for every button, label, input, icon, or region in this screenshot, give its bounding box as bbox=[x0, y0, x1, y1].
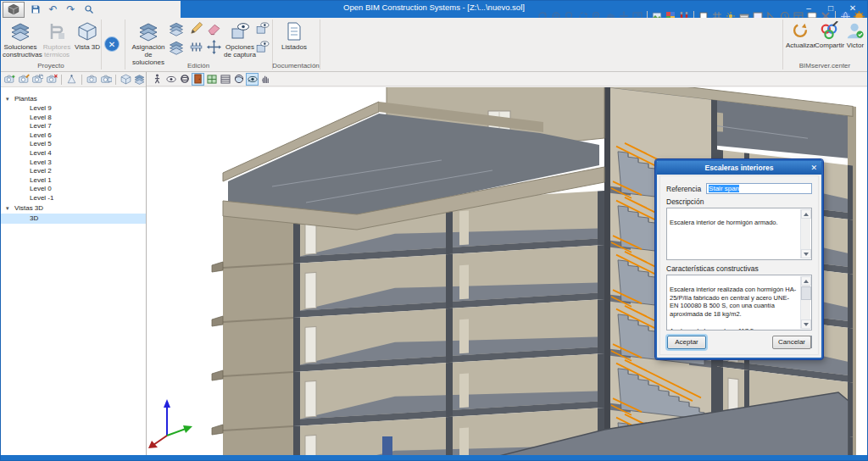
caracteristicas-label: Características constructivas bbox=[666, 264, 812, 273]
asignacion-soluciones-button[interactable]: Asignación de soluciones bbox=[128, 20, 169, 59]
user-victor-button[interactable]: Victor bbox=[843, 20, 867, 59]
undo-icon[interactable]: ↶ bbox=[46, 3, 60, 16]
assign-layers-top-icon[interactable] bbox=[169, 21, 184, 36]
delete-view-icon[interactable] bbox=[46, 74, 58, 86]
listados-button[interactable]: Listados bbox=[277, 20, 311, 59]
tree-item-level6[interactable]: Level 6 bbox=[1, 131, 146, 141]
descripcion-scrollbar[interactable] bbox=[800, 209, 810, 258]
actualizar-button[interactable]: Actualizar bbox=[786, 20, 815, 59]
cancel-selection-button[interactable]: ✕ bbox=[104, 36, 120, 52]
edges-visible-icon[interactable] bbox=[246, 73, 259, 86]
dialog-title: Escaleras interiores bbox=[657, 161, 821, 175]
doors-visible-icon[interactable] bbox=[192, 73, 204, 86]
descripcion-textarea[interactable]: Escalera interior de hormigón armado. bbox=[666, 208, 812, 260]
quick-access-toolbar: ↶ ↷ bbox=[1, 1, 181, 18]
vista-3d-button[interactable]: Vista 3D bbox=[74, 20, 101, 59]
new-view-icon[interactable] bbox=[3, 74, 16, 86]
walk-figure-icon[interactable] bbox=[151, 73, 164, 86]
aceptar-button[interactable]: Aceptar bbox=[667, 336, 706, 349]
search-icon[interactable] bbox=[81, 3, 96, 16]
scroll-thumb[interactable] bbox=[801, 286, 811, 300]
tree-item-level9[interactable]: Level 9 bbox=[1, 104, 146, 114]
tree-item-level4[interactable]: Level 4 bbox=[1, 149, 146, 158]
opciones-captura-button[interactable]: Opciones de captura bbox=[223, 20, 257, 59]
open-box-icon[interactable] bbox=[133, 74, 146, 86]
compartir-button[interactable]: Compartir bbox=[815, 20, 843, 59]
tree-item-level-1[interactable]: Level -1 bbox=[1, 194, 146, 203]
tree-node-vistas-3d[interactable]: ▾Vistas 3D bbox=[1, 203, 146, 214]
axis-triad bbox=[148, 399, 192, 448]
views-panel: ▾Plantas Level 9 Level 8 Level 7 Level 6… bbox=[1, 72, 147, 455]
duplicate-view-icon[interactable] bbox=[31, 74, 44, 86]
save-icon[interactable] bbox=[28, 3, 42, 16]
chevron-down-icon: ▾ bbox=[6, 203, 14, 214]
soluciones-constructivas-button[interactable]: Soluciones constructivas bbox=[3, 20, 38, 59]
scroll-up-icon[interactable] bbox=[801, 276, 811, 286]
caracteristicas-textarea[interactable]: Escalera interior realizada con hormigón… bbox=[666, 275, 812, 330]
window-bottom-border bbox=[1, 455, 867, 460]
referencia-label: Referencia bbox=[666, 185, 701, 193]
descripcion-label: Descripción bbox=[666, 197, 812, 206]
views-toolbar bbox=[1, 72, 146, 87]
windows-visible-icon[interactable] bbox=[205, 73, 218, 86]
dialog-close-icon[interactable]: ✕ bbox=[810, 161, 817, 175]
app-window: ↶ ↷ Open BIM Construction Systems - [Z:\… bbox=[0, 0, 868, 461]
eraser-icon[interactable] bbox=[207, 21, 222, 36]
assign-layers-bottom-icon[interactable] bbox=[169, 40, 184, 55]
chevron-down-icon: ▾ bbox=[6, 94, 14, 104]
group-label-bimserver: BIMserver.center bbox=[782, 62, 867, 69]
scroll-up-icon[interactable] bbox=[801, 209, 811, 219]
views-tree: ▾Plantas Level 9 Level 8 Level 7 Level 6… bbox=[1, 94, 146, 224]
window-title: Open BIM Construction Systems - [Z:\...\… bbox=[343, 3, 525, 12]
shutters-icon[interactable] bbox=[219, 73, 231, 86]
edit-view-icon[interactable] bbox=[18, 74, 31, 86]
caracteristicas-scrollbar[interactable] bbox=[800, 276, 810, 329]
grab-icon[interactable] bbox=[259, 73, 272, 86]
tree-item-level5[interactable]: Level 5 bbox=[1, 140, 146, 149]
tree-item-level3[interactable]: Level 3 bbox=[1, 158, 146, 168]
view-cone-icon[interactable] bbox=[65, 74, 78, 86]
redo-icon[interactable]: ↷ bbox=[64, 3, 78, 16]
scroll-down-icon[interactable] bbox=[801, 319, 811, 329]
edit-pencil-icon[interactable] bbox=[189, 21, 204, 36]
tree-node-plantas[interactable]: ▾Plantas bbox=[1, 94, 146, 104]
viewport-toolbar bbox=[147, 72, 867, 86]
tree-item-level2[interactable]: Level 2 bbox=[1, 167, 146, 176]
tree-item-level1[interactable]: Level 1 bbox=[1, 176, 146, 186]
tree-item-level8[interactable]: Level 8 bbox=[1, 114, 146, 123]
ribbon: Soluciones constructivas Ruptores térmic… bbox=[1, 18, 867, 72]
textures-icon[interactable] bbox=[232, 73, 245, 86]
visibility-icon[interactable] bbox=[164, 73, 177, 86]
group-label-proyecto: Proyecto bbox=[1, 62, 101, 69]
cancelar-button[interactable]: Cancelar bbox=[772, 336, 811, 349]
tree-item-level7[interactable]: Level 7 bbox=[1, 122, 146, 131]
ruptores-termicos-button: Ruptores térmicos bbox=[39, 20, 75, 59]
move-icon[interactable] bbox=[207, 40, 222, 55]
screenshots-icon[interactable] bbox=[99, 74, 112, 86]
escaleras-interiores-dialog: Escaleras interiores ✕ Referencia Stair … bbox=[655, 159, 823, 359]
screenshot-icon[interactable] bbox=[86, 74, 98, 86]
group-label-documentacion: Documentación bbox=[272, 62, 320, 69]
referencia-input[interactable]: Stair span bbox=[706, 183, 812, 194]
solid-box-icon[interactable] bbox=[120, 74, 132, 86]
capture-box-top-icon[interactable] bbox=[255, 21, 270, 36]
tree-item-level0[interactable]: Level 0 bbox=[1, 185, 146, 194]
capture-box-bottom-icon[interactable] bbox=[255, 40, 270, 55]
orbit-center-icon[interactable] bbox=[178, 73, 191, 86]
tree-item-3d-selected[interactable]: 3D bbox=[1, 214, 146, 224]
barrier-icon[interactable] bbox=[189, 40, 204, 55]
app-logo-icon[interactable] bbox=[3, 2, 25, 18]
group-label-edicion: Edición bbox=[125, 62, 272, 69]
scroll-down-icon[interactable] bbox=[801, 249, 811, 258]
